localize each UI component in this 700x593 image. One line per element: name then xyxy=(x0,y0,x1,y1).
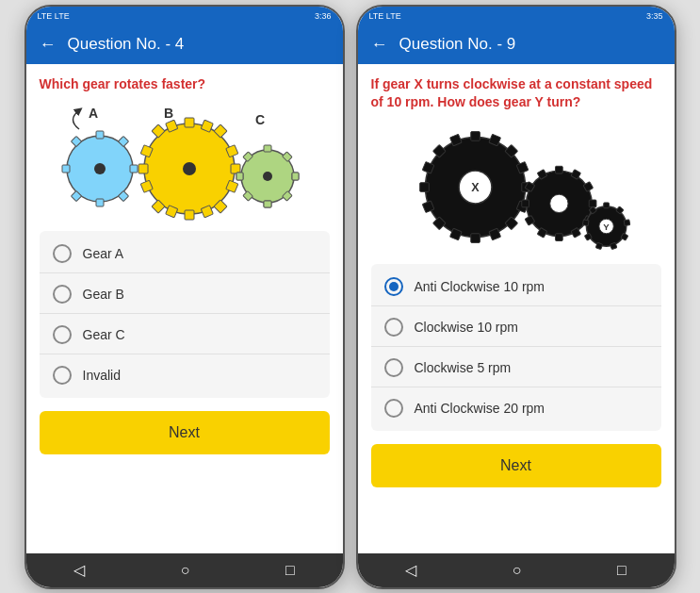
svg-text:X: X xyxy=(471,182,480,195)
radio-2a[interactable] xyxy=(384,277,403,296)
gear-image-1: A B C xyxy=(40,101,330,223)
option-item-2a[interactable]: Anti Clockwise 10 rpm xyxy=(371,268,661,306)
options-list-1: Gear A Gear B Gear C Invalid xyxy=(40,231,330,398)
option-label-1a: Gear A xyxy=(83,246,124,261)
status-bar-2: LTE LTE 3:35 xyxy=(358,7,675,25)
radio-2d[interactable] xyxy=(384,399,403,418)
back-button-1[interactable]: ← xyxy=(40,35,57,55)
svg-rect-85 xyxy=(582,220,589,226)
app-bar-2: ← Question No. - 9 xyxy=(358,25,675,64)
nav-bar-2: ◁ ○ □ xyxy=(358,553,675,587)
radio-2b[interactable] xyxy=(384,318,403,337)
svg-point-76 xyxy=(549,194,567,212)
option-label-1c: Gear C xyxy=(83,327,125,342)
option-item-2b[interactable]: Clockwise 10 rpm xyxy=(371,308,661,347)
svg-rect-67 xyxy=(589,200,596,207)
option-item-2c[interactable]: Clockwise 5 rpm xyxy=(371,349,661,387)
nav-home-1[interactable]: ○ xyxy=(181,562,190,579)
nav-back-1[interactable]: ◁ xyxy=(73,561,85,579)
option-item-2d[interactable]: Anti Clockwise 20 rpm xyxy=(371,389,661,427)
svg-rect-15 xyxy=(185,210,194,220)
svg-rect-17 xyxy=(138,164,148,173)
svg-text:C: C xyxy=(255,112,265,127)
option-label-2a: Anti Clockwise 10 rpm xyxy=(415,279,545,294)
status-left-2: LTE LTE xyxy=(369,11,401,21)
phone-1: LTE LTE 3:36 ← Question No. - 4 Which ge… xyxy=(24,5,345,589)
option-item-1c[interactable]: Gear C xyxy=(40,316,330,354)
app-bar-title-1: Question No. - 4 xyxy=(68,35,185,54)
svg-rect-57 xyxy=(419,183,429,192)
svg-text:Y: Y xyxy=(603,222,610,232)
phone-2: LTE LTE 3:35 ← Question No. - 9 If gear … xyxy=(356,5,676,589)
svg-rect-80 xyxy=(624,220,630,226)
svg-rect-7 xyxy=(62,165,70,173)
svg-rect-6 xyxy=(130,165,138,173)
svg-rect-73 xyxy=(521,200,529,207)
back-button-2[interactable]: ← xyxy=(371,35,388,55)
status-right-2: 3:35 xyxy=(646,11,663,21)
svg-rect-4 xyxy=(96,131,104,139)
app-bar-1: ← Question No. - 4 xyxy=(26,25,343,64)
svg-rect-5 xyxy=(96,199,104,206)
content-1: Which gear rotates faster? A B C xyxy=(26,64,343,553)
svg-rect-41 xyxy=(236,173,243,180)
option-label-1b: Gear B xyxy=(83,287,124,302)
radio-1b[interactable] xyxy=(53,285,72,304)
svg-rect-53 xyxy=(470,234,480,243)
nav-recent-1[interactable]: □ xyxy=(285,562,295,579)
radio-2c[interactable] xyxy=(384,358,403,377)
svg-rect-45 xyxy=(470,132,480,141)
next-button-1[interactable]: Next xyxy=(40,411,330,454)
svg-rect-70 xyxy=(555,234,562,241)
svg-rect-32 xyxy=(264,145,271,152)
gear-image-2: X xyxy=(371,120,661,256)
option-label-2d: Anti Clockwise 20 rpm xyxy=(415,401,545,416)
option-item-1a[interactable]: Gear A xyxy=(40,235,330,273)
next-button-2[interactable]: Next xyxy=(371,444,661,487)
svg-point-12 xyxy=(94,163,106,174)
status-bar-1: LTE LTE 3:36 xyxy=(26,7,343,25)
question-text-1: Which gear rotates faster? xyxy=(40,75,330,94)
status-right-1: 3:36 xyxy=(315,11,332,21)
option-item-1b[interactable]: Gear B xyxy=(40,275,330,314)
svg-rect-64 xyxy=(555,166,562,173)
radio-1a[interactable] xyxy=(53,244,72,263)
options-list-2: Anti Clockwise 10 rpm Clockwise 10 rpm C… xyxy=(371,264,661,431)
nav-home-2[interactable]: ○ xyxy=(513,562,522,579)
nav-bar-1: ◁ ○ □ xyxy=(26,553,343,587)
svg-rect-82 xyxy=(610,242,616,249)
svg-rect-37 xyxy=(292,173,299,180)
svg-point-43 xyxy=(263,172,272,181)
content-2: If gear X turns clockwise at a constant … xyxy=(358,64,675,553)
nav-recent-2[interactable]: □ xyxy=(617,562,627,579)
option-label-2c: Clockwise 5 rpm xyxy=(415,360,512,375)
app-bar-title-2: Question No. - 9 xyxy=(399,35,516,54)
option-label-1d: Invalid xyxy=(83,368,121,383)
svg-rect-83 xyxy=(595,242,602,249)
status-left-1: LTE LTE xyxy=(38,11,70,21)
radio-1c[interactable] xyxy=(53,325,72,344)
svg-point-30 xyxy=(183,162,196,175)
svg-rect-78 xyxy=(603,203,609,208)
svg-text:B: B xyxy=(164,106,173,121)
nav-back-2[interactable]: ◁ xyxy=(405,561,416,579)
option-label-2b: Clockwise 10 rpm xyxy=(415,320,518,335)
svg-rect-14 xyxy=(185,118,194,127)
svg-text:A: A xyxy=(89,106,98,121)
question-text-2: If gear X turns clockwise at a constant … xyxy=(371,75,661,112)
svg-rect-39 xyxy=(264,201,271,207)
option-item-1d[interactable]: Invalid xyxy=(40,356,330,394)
radio-1d[interactable] xyxy=(53,366,72,385)
